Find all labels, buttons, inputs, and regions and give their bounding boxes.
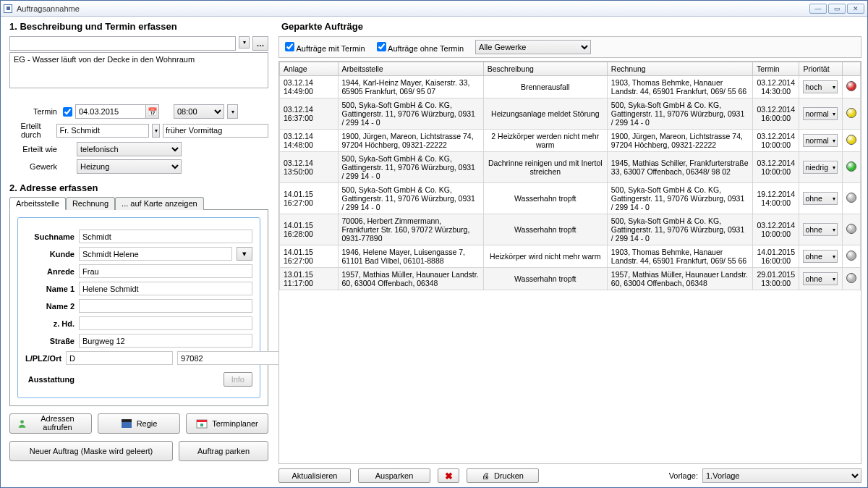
table-row[interactable]: 14.01.15 16:27:001946, Helene Mayer, Lui…: [280, 245, 861, 268]
gewerke-filter-select[interactable]: Alle Gewerke: [475, 40, 591, 54]
parked-orders-title: Geparkte Aufträge: [281, 21, 863, 32]
tab-karte[interactable]: ... auf Karte anzeigen: [115, 197, 204, 210]
address-tab-body: Suchname Kunde▾ Anrede Name 1 Name 2 z. …: [9, 210, 268, 406]
termin-time-extra[interactable]: ▾: [227, 104, 238, 119]
strasse-input[interactable]: [79, 334, 252, 348]
table-row[interactable]: 03.12.14 14:49:001944, Karl-Heinz Mayer,…: [280, 76, 861, 98]
col-header[interactable]: Priorität: [799, 62, 842, 76]
priority-select[interactable]: niedrig▾: [803, 161, 838, 174]
description-combo-arrow[interactable]: ▾: [239, 36, 250, 49]
termin-date-field[interactable]: [76, 105, 145, 118]
priority-select[interactable]: hoch▾: [803, 80, 838, 93]
priority-select[interactable]: ohne▾: [803, 250, 838, 263]
neuer-auftrag-button[interactable]: Neuer Auftrag (Maske wird geleert): [9, 441, 173, 461]
name1-input[interactable]: [79, 282, 252, 295]
filter-ohne-termin-checkbox[interactable]: [377, 42, 386, 51]
priority-dot-icon: [846, 251, 856, 261]
content: 1. Beschreibung und Termin erfassen ▾ … …: [1, 17, 867, 487]
app-icon: [4, 4, 12, 13]
maximize-button[interactable]: ▭: [828, 4, 846, 14]
table-row[interactable]: 03.12.14 16:37:00500, Syka-Soft GmbH & C…: [280, 98, 861, 130]
regie-button[interactable]: Regie: [98, 413, 180, 434]
name2-input[interactable]: [79, 299, 252, 313]
kunde-input[interactable]: [79, 247, 232, 261]
col-header[interactable]: Arbeitsstelle: [338, 62, 483, 76]
description-combo[interactable]: [9, 36, 236, 51]
svg-rect-4: [197, 420, 207, 422]
name1-label: Name 1: [25, 285, 75, 293]
priority-select[interactable]: ohne▾: [803, 272, 838, 285]
erteilt-durch-input[interactable]: [56, 124, 149, 138]
right-panel: Geparkte Aufträge Aufträge mit Termin Au…: [277, 21, 863, 483]
window-buttons: — ▭ ✕: [809, 4, 864, 14]
col-header[interactable]: Termin: [753, 62, 799, 76]
calendar-icon[interactable]: 📅: [145, 105, 158, 118]
svg-point-0: [20, 420, 24, 424]
priority-select[interactable]: normal▾: [803, 107, 838, 120]
close-button[interactable]: ✕: [847, 4, 864, 14]
zhd-label: z. Hd.: [25, 319, 75, 328]
table-row[interactable]: 03.12.14 13:50:00500, Syka-Soft GmbH & C…: [280, 152, 861, 183]
filter-mit-termin[interactable]: Aufträge mit Termin: [285, 42, 365, 53]
name2-label: Name 2: [25, 302, 75, 311]
vorlage-select[interactable]: 1.Vorlage: [702, 468, 861, 483]
col-header[interactable]: Anlage: [280, 62, 339, 76]
kunde-dropdown[interactable]: ▾: [237, 247, 252, 261]
filter-bar: Aufträge mit Termin Aufträge ohne Termin…: [278, 36, 861, 58]
description-textarea[interactable]: EG - Wasser läuft von der Decke in den W…: [9, 52, 268, 88]
table-row[interactable]: 03.12.14 14:48:001900, Jürgen, Mareon, L…: [280, 130, 861, 152]
aktualisieren-button[interactable]: Aktualisieren: [278, 468, 351, 483]
minimize-button[interactable]: —: [809, 4, 827, 14]
priority-select[interactable]: ohne▾: [803, 192, 838, 205]
zhd-input[interactable]: [79, 316, 252, 330]
plz-input[interactable]: [177, 351, 284, 365]
termin-checkbox[interactable]: [63, 107, 72, 117]
erteilt-durch-label: Erteilt durch: [9, 122, 44, 139]
app-window: Auftragsannahme — ▭ ✕ 1. Beschreibung un…: [0, 0, 868, 488]
ausparken-button[interactable]: Ausparken: [358, 468, 430, 483]
col-header[interactable]: [842, 62, 860, 76]
filter-mit-termin-checkbox[interactable]: [285, 42, 294, 51]
table-row[interactable]: 14.01.15 16:28:0070006, Herbert Zimmerma…: [280, 214, 861, 245]
priority-dot-icon: [846, 273, 856, 283]
time-note-input[interactable]: [163, 124, 268, 138]
drucken-button[interactable]: 🖨Drucken: [467, 468, 539, 483]
priority-select[interactable]: normal▾: [803, 134, 838, 147]
delete-button[interactable]: ✖: [438, 468, 459, 483]
window-title: Auftragsannahme: [17, 4, 809, 13]
termin-date-input[interactable]: 📅: [75, 104, 159, 119]
tab-rechnung[interactable]: Rechnung: [66, 197, 115, 210]
priority-dot-icon: [846, 224, 856, 234]
priority-dot-icon: [846, 108, 856, 118]
section2-title: 2. Adresse erfassen: [9, 182, 273, 193]
termin-time-select[interactable]: 08:00: [174, 104, 224, 119]
filter-ohne-termin[interactable]: Aufträge ohne Termin: [377, 42, 464, 53]
orders-grid[interactable]: AnlageArbeitsstelleBeschreibungRechnungT…: [279, 62, 861, 290]
address-tabs: Arbeitsstelle Rechnung ... auf Karte anz…: [9, 196, 268, 210]
col-header[interactable]: Beschreibung: [483, 62, 607, 76]
table-row[interactable]: 13.01.15 11:17:001957, Mathias Müller, H…: [280, 268, 861, 290]
bottom-bar: Aktualisieren Ausparken ✖ 🖨Drucken Vorla…: [278, 468, 861, 483]
gewerk-select[interactable]: Heizung: [77, 159, 182, 174]
col-header[interactable]: Rechnung: [607, 62, 752, 76]
priority-dot-icon: [846, 193, 856, 203]
table-row[interactable]: 14.01.15 16:27:00500, Syka-Soft GmbH & C…: [280, 183, 861, 214]
anrede-input[interactable]: [79, 264, 252, 278]
termin-label: Termin: [9, 107, 60, 116]
erteilt-durch-dd[interactable]: ▾: [152, 124, 160, 138]
erteilt-wie-select[interactable]: telefonisch: [77, 142, 182, 156]
adressen-aufrufen-button[interactable]: Adressen aufrufen: [9, 413, 92, 434]
tab-arbeitsstelle[interactable]: Arbeitsstelle: [9, 197, 66, 210]
auftrag-parken-button[interactable]: Auftrag parken: [179, 441, 268, 461]
info-button[interactable]: Info: [224, 372, 252, 387]
terminplaner-button[interactable]: Terminplaner: [186, 413, 268, 434]
description-options-button[interactable]: …: [252, 36, 268, 51]
suchname-input[interactable]: [79, 230, 252, 243]
priority-dot-icon: [846, 135, 856, 145]
titlebar: Auftragsannahme — ▭ ✕: [1, 1, 867, 17]
priority-dot-icon: [846, 161, 856, 172]
svg-rect-5: [200, 424, 203, 426]
land-input[interactable]: [66, 351, 173, 365]
priority-select[interactable]: ohne▾: [803, 223, 838, 236]
left-button-row-2: Neuer Auftrag (Maske wird geleert) Auftr…: [9, 441, 268, 461]
